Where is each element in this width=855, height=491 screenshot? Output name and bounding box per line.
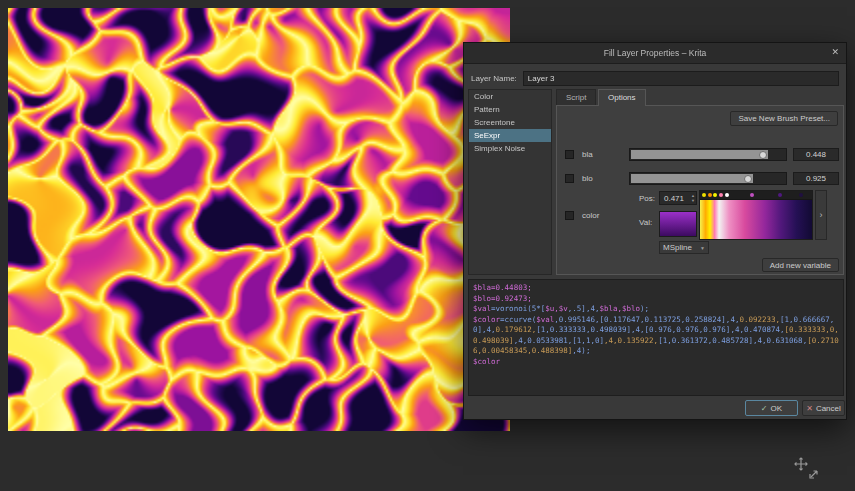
tab-script[interactable]: Script [556,89,596,105]
gradient-marker-strip[interactable] [700,191,812,200]
slider-fill [631,174,753,183]
ok-label: OK [771,404,783,413]
x-icon: ✕ [806,404,813,413]
generator-item-seexpr[interactable]: SeExpr [469,129,551,142]
color-value-swatch[interactable] [659,211,697,237]
slider-knob[interactable] [744,175,752,183]
gradient-stop-marker[interactable] [725,193,729,197]
generator-item-simplex-noise[interactable]: Simplex Noise [469,142,551,155]
bla-checkbox[interactable] [565,150,574,159]
blo-slider[interactable] [629,172,787,185]
gradient-stop-marker[interactable] [713,193,717,197]
generator-item-screentone[interactable]: Screentone [469,116,551,129]
spin-arrows-icon[interactable]: ▲▼ [691,192,695,203]
gradient-stop-marker[interactable] [708,193,712,197]
bla-value[interactable]: 0.448 [793,148,839,161]
pos-spinbox[interactable]: 0.471 ▲▼ [659,191,697,205]
blo-label: blo [582,174,593,183]
color-label: color [582,211,599,220]
pos-label: Pos: [639,194,655,203]
pos-value: 0.471 [664,194,684,203]
generator-item-color[interactable]: Color [469,90,551,103]
dialog-titlebar[interactable]: Fill Layer Properties – Krita ✕ [464,43,846,64]
layer-name-input[interactable] [523,71,839,86]
chevron-down-icon: ▼ [700,245,705,251]
canvas-corner-icon[interactable] [808,467,821,480]
gradient-stop-marker[interactable] [799,193,803,197]
gradient-next-button[interactable]: › [815,190,827,240]
fill-layer-properties-dialog: Fill Layer Properties – Krita ✕ Layer Na… [463,42,847,420]
close-icon[interactable]: ✕ [831,48,839,57]
save-new-brush-preset-button[interactable]: Save New Brush Preset... [730,111,838,126]
bla-label: bla [582,150,593,159]
chevron-right-icon: › [820,210,823,220]
generator-item-pattern[interactable]: Pattern [469,103,551,116]
options-pane: Save New Brush Preset... bla 0.448 blo 0… [556,105,844,275]
desktop: Fill Layer Properties – Krita ✕ Layer Na… [0,0,855,491]
dialog-title: Fill Layer Properties – Krita [604,48,707,58]
color-checkbox[interactable] [565,211,574,220]
generator-list: ColorPatternScreentoneSeExprSimplex Nois… [468,89,552,275]
layer-name-label: Layer Name: [471,74,517,83]
bla-slider[interactable] [629,148,787,161]
interpolation-value: MSpline [663,243,692,252]
interpolation-combobox[interactable]: MSpline ▼ [659,241,709,254]
check-icon: ✓ [761,404,768,413]
cancel-button[interactable]: ✕ Cancel [802,400,845,416]
canvas-overlay-icons [793,456,825,482]
gradient-editor[interactable] [699,190,813,240]
tab-options[interactable]: Options [598,89,646,106]
gradient-stop-marker[interactable] [702,193,706,197]
layer-name-row: Layer Name: [471,70,839,86]
gradient-preview[interactable] [700,200,812,239]
move-canvas-icon[interactable] [793,456,809,472]
add-new-variable-button[interactable]: Add new variable [762,258,839,272]
blo-checkbox[interactable] [565,174,574,183]
canvas-image[interactable] [8,8,510,431]
val-label: Val: [639,218,652,227]
ok-button[interactable]: ✓ OK [745,400,798,416]
script-editor[interactable]: $bla=0.44803;$blo=0.92473;$val=voronoi(5… [468,279,844,396]
slider-fill [631,150,768,159]
gradient-stop-marker[interactable] [778,193,782,197]
gradient-stop-marker[interactable] [719,193,723,197]
gradient-stop-marker[interactable] [750,193,754,197]
cancel-label: Cancel [816,404,841,413]
blo-value[interactable]: 0.925 [793,172,839,185]
